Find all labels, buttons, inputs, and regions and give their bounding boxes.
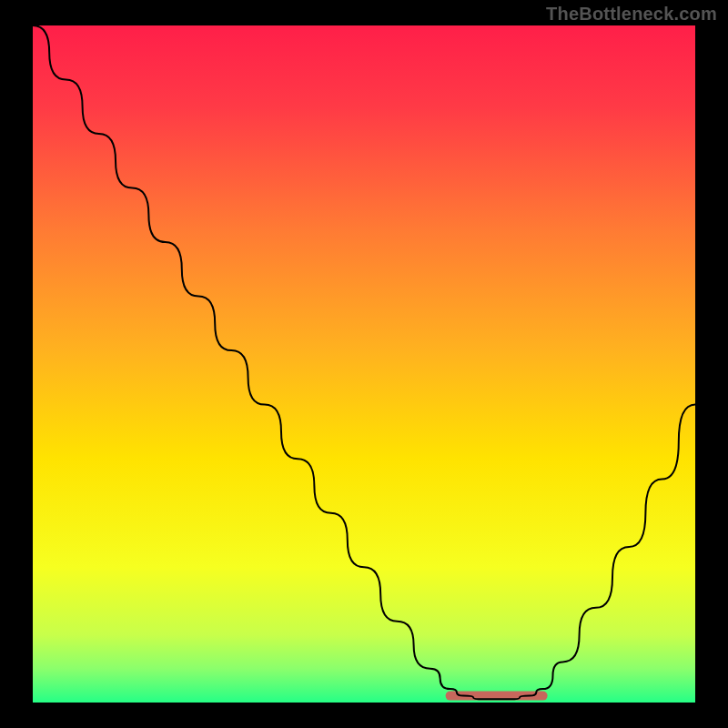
- bottleneck-line: [33, 25, 695, 699]
- chart-container: TheBottleneck.com: [0, 0, 728, 728]
- plot-area: [33, 25, 695, 703]
- bottleneck-curve: [33, 25, 695, 703]
- watermark-text: TheBottleneck.com: [546, 4, 717, 25]
